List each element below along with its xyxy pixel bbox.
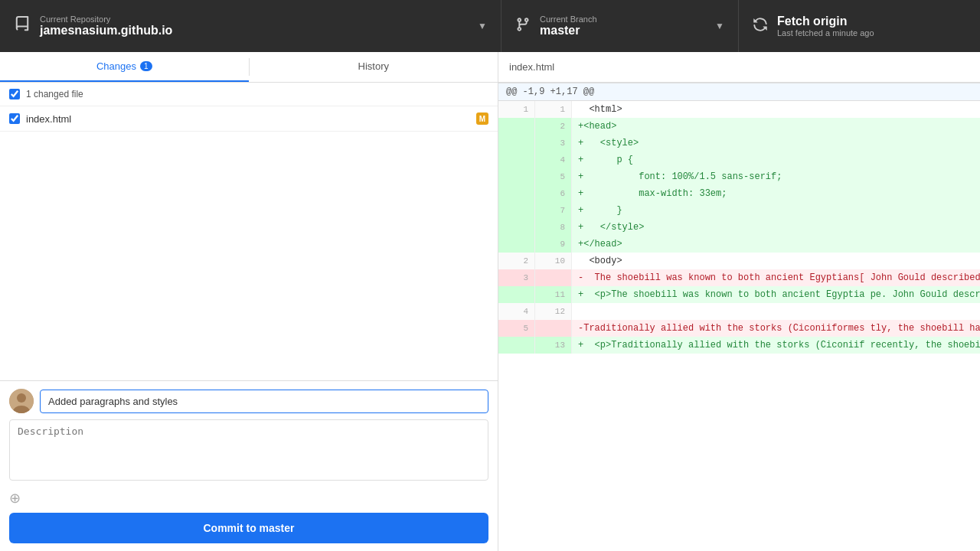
diff-line-nums: 5 bbox=[498, 168, 572, 185]
diff-line-nums: 4 bbox=[498, 152, 572, 168]
diff-line-nums: 2 10 bbox=[498, 253, 572, 269]
diff-old-num bbox=[498, 202, 535, 219]
diff-line-content bbox=[572, 303, 980, 320]
diff-new-num: 11 bbox=[535, 286, 572, 303]
fetch-content: Fetch origin Last fetched a minute ago bbox=[777, 15, 966, 37]
diff-line-content: + p { bbox=[572, 152, 980, 168]
diff-new-num: 9 bbox=[535, 236, 572, 253]
diff-line-nums: 6 bbox=[498, 185, 572, 202]
commit-button-label: Commit to master bbox=[203, 522, 294, 534]
branch-section[interactable]: Current Branch master ▼ bbox=[501, 0, 739, 52]
diff-line-content: <body> bbox=[572, 253, 980, 269]
left-panel: Changes 1 History 1 changed file index.h… bbox=[0, 52, 498, 551]
changes-badge: 1 bbox=[140, 61, 152, 71]
commit-summary-input[interactable] bbox=[40, 390, 488, 413]
diff-new-num: 7 bbox=[535, 202, 572, 219]
diff-line-nums: 3 bbox=[498, 269, 572, 286]
branch-label: Current Branch bbox=[540, 15, 709, 24]
diff-line: 8 + </style> bbox=[498, 219, 980, 236]
repo-label: Current Repository bbox=[40, 15, 472, 24]
tab-changes-label: Changes bbox=[96, 60, 136, 72]
diff-new-num: 6 bbox=[535, 185, 572, 202]
diff-line-content: +<head> bbox=[572, 118, 980, 135]
diff-new-num bbox=[535, 269, 572, 286]
diff-line-nums: 8 bbox=[498, 219, 572, 236]
diff-line-nums: 13 bbox=[498, 337, 572, 354]
fetch-icon bbox=[753, 17, 768, 36]
diff-line-nums: 4 12 bbox=[498, 303, 572, 320]
diff-line-content: -Traditionally allied with the storks (C… bbox=[572, 320, 980, 337]
diff-old-num bbox=[498, 219, 535, 236]
diff-new-num: 8 bbox=[535, 219, 572, 236]
select-all-checkbox[interactable] bbox=[9, 89, 20, 99]
diff-line: 2 10 <body> bbox=[498, 253, 980, 269]
commit-area: ⊕ Commit to master bbox=[0, 380, 498, 551]
diff-line: 5 + font: 100%/1.5 sans-serif; bbox=[498, 168, 980, 185]
add-co-author-button[interactable]: ⊕ bbox=[9, 490, 21, 507]
commit-button[interactable]: Commit to master bbox=[9, 513, 488, 543]
tabs: Changes 1 History bbox=[0, 52, 498, 83]
repo-name: jamesnasium.github.io bbox=[40, 24, 472, 37]
diff-new-num: 12 bbox=[535, 303, 572, 320]
svg-point-1 bbox=[17, 393, 26, 403]
diff-new-num: 3 bbox=[535, 135, 572, 152]
diff-line: 2 +<head> bbox=[498, 118, 980, 135]
branch-name: master bbox=[540, 24, 709, 37]
commit-header bbox=[9, 389, 488, 413]
diff-old-num bbox=[498, 135, 535, 152]
diff-line-content: - The shoebill was known to both ancient… bbox=[572, 269, 980, 286]
diff-line: 7 + } bbox=[498, 202, 980, 219]
branch-icon bbox=[515, 17, 531, 36]
diff-line: 13 + <p>Traditionally allied with the st… bbox=[498, 337, 980, 354]
diff-line-nums: 5 bbox=[498, 320, 572, 337]
branch-content: Current Branch master bbox=[540, 15, 709, 37]
diff-old-num: 2 bbox=[498, 253, 535, 269]
right-panel: index.html @@ -1,9 +1,17 @@ 1 1 <html> 2… bbox=[498, 52, 980, 551]
tab-history[interactable]: History bbox=[250, 52, 498, 82]
diff-old-num bbox=[498, 168, 535, 185]
repo-section[interactable]: Current Repository jamesnasium.github.io… bbox=[0, 0, 501, 52]
diff-line: 4 12 bbox=[498, 303, 980, 320]
diff-file-name: index.html bbox=[509, 61, 554, 73]
diff-line-nums: 7 bbox=[498, 202, 572, 219]
diff-line-content: <html> bbox=[572, 101, 980, 118]
diff-line-content: + <style> bbox=[572, 135, 980, 152]
diff-old-num: 4 bbox=[498, 303, 535, 320]
file-item-name: index.html bbox=[26, 113, 476, 125]
diff-line: 6 + max-width: 33em; bbox=[498, 185, 980, 202]
diff-line: 4 + p { bbox=[498, 152, 980, 168]
diff-line-nums: 3 bbox=[498, 135, 572, 152]
branch-chevron-icon: ▼ bbox=[715, 21, 724, 31]
diff-new-num: 13 bbox=[535, 337, 572, 354]
diff-new-num: 2 bbox=[535, 118, 572, 135]
commit-description-input[interactable] bbox=[9, 419, 488, 481]
top-bar: Current Repository jamesnasium.github.io… bbox=[0, 0, 980, 52]
diff-old-num bbox=[498, 118, 535, 135]
repo-icon bbox=[14, 16, 31, 37]
diff-hunk-header: @@ -1,9 +1,17 @@ bbox=[498, 83, 980, 101]
diff-line: 9 +</head> bbox=[498, 236, 980, 253]
changed-files-count: 1 changed file bbox=[26, 89, 83, 99]
fetch-section[interactable]: Fetch origin Last fetched a minute ago bbox=[739, 0, 980, 52]
diff-line: 3 + <style> bbox=[498, 135, 980, 152]
diff-line-nums: 1 1 bbox=[498, 101, 572, 118]
file-checkbox[interactable] bbox=[9, 113, 20, 124]
main-content: Changes 1 History 1 changed file index.h… bbox=[0, 52, 980, 551]
file-modified-icon: M bbox=[476, 112, 488, 125]
diff-line-content: + } bbox=[572, 202, 980, 219]
fetch-sublabel: Last fetched a minute ago bbox=[777, 28, 966, 37]
file-item[interactable]: index.html M bbox=[0, 106, 498, 132]
diff-line-nums: 9 bbox=[498, 236, 572, 253]
diff-line-content: + font: 100%/1.5 sans-serif; bbox=[572, 168, 980, 185]
diff-old-num bbox=[498, 286, 535, 303]
diff-old-num: 3 bbox=[498, 269, 535, 286]
diff-old-num bbox=[498, 185, 535, 202]
diff-line: 3 - The shoebill was known to both ancie… bbox=[498, 269, 980, 286]
diff-new-num bbox=[535, 320, 572, 337]
diff-line-content: + <p>The shoebill was known to both anci… bbox=[572, 286, 980, 303]
diff-line-content: + </style> bbox=[572, 219, 980, 236]
tab-changes[interactable]: Changes 1 bbox=[0, 52, 249, 82]
diff-line-content: + max-width: 33em; bbox=[572, 185, 980, 202]
fetch-label: Fetch origin bbox=[777, 15, 966, 28]
changed-files-header: 1 changed file bbox=[0, 83, 498, 106]
